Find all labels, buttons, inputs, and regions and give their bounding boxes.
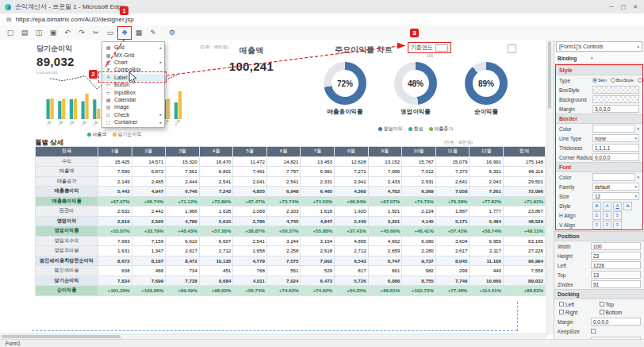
table-row: 수익15,42514,57115,32016,47011,47214,82113… [36,156,546,167]
edit-pencil-icon[interactable]: ✎ [148,28,159,38]
menu-item-mx-grid[interactable]: ▩MX-Grid [102,51,164,58]
window-controls: ─ ▢ ✕ [610,4,639,10]
new-document-icon[interactable]: ▢ [5,28,16,38]
vertical-scrollbar-thumb[interactable] [548,41,551,109]
section-header-docking[interactable]: Docking [554,289,644,299]
url-bar[interactable]: ▤ https://epa.bimatrix.com/AUD/designer.… [0,13,644,26]
inputbox-icon: ▭ [105,90,112,95]
font-style-buttons: AAAA [592,202,639,210]
open-folder-icon[interactable]: ▤ [19,28,30,38]
align-right-button[interactable]: ≡ [613,211,622,220]
section-header-style[interactable]: Style [556,65,642,75]
align-center-button[interactable]: ≡ [603,211,611,220]
binding-row[interactable]: Binding ▾ [554,53,644,64]
menu-item-label: Check [114,112,157,118]
column-header: 1월 [98,147,132,157]
cut-icon[interactable]: ✂ [90,28,102,38]
form-right-guide [517,302,518,331]
close-button[interactable]: ✕ [633,4,638,10]
panel-options-box[interactable] [508,44,516,53]
left-label: Left [558,263,591,268]
menu-item-inputbox[interactable]: ▭InputBox [102,88,164,95]
base-year-label[interactable]: 기준연도 [408,42,451,53]
section-header-border[interactable]: Border [556,114,642,124]
font-family-select[interactable]: default▾ [592,183,639,191]
font-color-swatch[interactable] [592,173,635,181]
height-input[interactable]: 23 [591,252,641,260]
redo-icon[interactable]: ↷ [76,28,87,38]
table-row: 영업이익2,8102,5054,7805,6152,7864,7454,8472… [36,216,546,226]
font-size-select[interactable]: 12▾ [592,192,639,200]
keepsize-checkbox[interactable] [591,329,596,334]
maximize-button[interactable]: ▢ [621,4,627,10]
dock-top-checkbox[interactable]: Top [600,300,640,308]
align-left-button[interactable]: ≡ [592,211,601,220]
layout-grid-icon[interactable]: ▦ [133,28,144,38]
insert-component-icon[interactable]: ❖ [119,28,130,38]
menu-item-label: Chart [114,60,157,65]
top-input[interactable]: 13 [591,271,641,279]
thickness-input[interactable]: 1,1,1,1 [592,144,639,152]
type-radio-skin[interactable]: Skin [592,78,607,83]
menu-item-label: Image [114,104,157,110]
bold-button[interactable]: A [592,202,601,210]
chevron-down-icon: ▾ [637,175,639,179]
horizontal-scrollbar-thumb[interactable] [2,335,121,338]
docking-margin-input[interactable]: 0,0,0,0 [591,318,641,326]
corner-radius-input[interactable]: 0,0,0,0 [592,153,639,161]
dock-left-checkbox[interactable]: Left [559,300,600,308]
type-radio-boxstyle[interactable]: BoxStyle [611,78,634,83]
submenu-arrow-icon: ▸ [157,60,162,64]
menu-item-container[interactable]: ▢Container▸ [102,118,164,125]
valign-buttons: ≡≡≡ [592,221,639,229]
vertical-scrollbar[interactable] [546,40,554,334]
minimize-button[interactable]: ─ [610,4,614,10]
calendar-icon: ▦ [105,97,112,102]
left-input[interactable]: 1226 [591,261,641,269]
underline-button[interactable]: A [613,202,622,210]
preview-monitor-icon[interactable]: ▭ [105,28,116,38]
submenu-arrow-icon: ▸ [157,120,162,125]
strikethrough-button[interactable]: A [623,202,632,210]
valign-middle-button[interactable]: ≡ [603,221,611,229]
width-input[interactable]: 100 [591,242,641,250]
settings-gear-icon[interactable]: ⚙ [167,28,178,38]
y-axis-label: 6,000,000,000 [36,71,58,75]
style-margin-input[interactable]: 3,0,3,0 [592,105,639,113]
border-color-swatch[interactable] [592,125,635,133]
valign-top-button[interactable]: ≡ [592,221,601,229]
column-header: 12월 [470,147,504,157]
controls-selector[interactable]: [Form1]'s Controls ▾ [556,41,642,52]
menu-item-calendar[interactable]: ▦Calendar [102,96,164,103]
italic-button[interactable]: A [603,202,611,210]
valign-bottom-button[interactable]: ≡ [613,221,622,229]
docking-checkboxes: LeftTopRightBottom [554,299,644,317]
dock-right-checkbox[interactable]: Right [559,308,600,316]
save-icon[interactable]: ◫ [33,28,44,38]
form-tab[interactable]: Form1 [6,341,21,346]
year-input[interactable] [435,44,448,52]
menu-item-image[interactable]: ▨Image [102,103,164,110]
menu-item-chart[interactable]: ◧Chart▸ [102,59,164,66]
donut-row: 72%매출총이익률48%영업이익률89%순이익률 [311,62,520,116]
boxstyle-swatch[interactable] [592,86,639,94]
dock-bottom-checkbox[interactable]: Bottom [600,308,640,316]
type-radio-custom[interactable]: Custom [638,78,644,83]
zindex-input[interactable]: 91 [591,280,641,288]
background-swatch[interactable] [592,95,639,103]
designer-canvas[interactable]: 당기순이익 89,032 6,000,000,000 1월2월3월4월5월6월7… [0,40,554,340]
keepsize-row: KeepSize [554,326,644,336]
sales-panel: 매출액 100,241 [205,43,298,73]
line-type-select[interactable]: none▾ [592,134,639,142]
section-header-font[interactable]: Font [556,162,642,172]
menu-item-label: MX-Grid [114,52,157,58]
menu-item-grid[interactable]: ▦Grid▸ [102,44,164,51]
undo-icon[interactable]: ↶ [62,28,73,38]
thickness-row: Thickness 1,1,1,1 [556,143,642,152]
chevron-down-icon: ▾ [634,194,637,199]
section-header-position[interactable]: Position [554,231,644,241]
checkbox-icon [559,310,564,314]
print-icon[interactable]: ▣ [48,28,59,38]
container-icon: ▢ [105,119,112,125]
menu-item-check[interactable]: ☑Check▸ [102,111,164,118]
